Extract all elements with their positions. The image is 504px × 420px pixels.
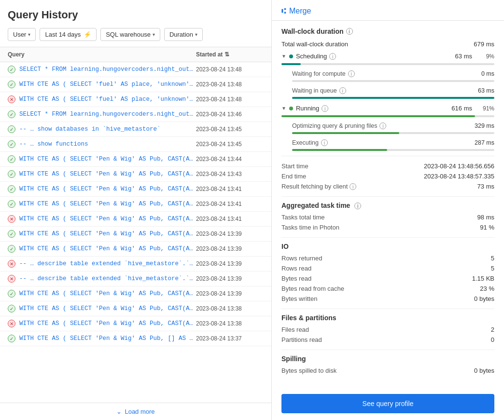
- load-more[interactable]: ⌄ Load more: [0, 403, 271, 420]
- optimizing-info[interactable]: i: [379, 122, 386, 129]
- start-time-label: Start time: [281, 163, 308, 170]
- executing-info[interactable]: i: [321, 139, 328, 146]
- page-title: Query History: [0, 0, 271, 28]
- scheduling-progress-container: [281, 63, 494, 65]
- query-row[interactable]: ✕WITH CTE AS ( SELECT 'Pen & Wig' AS Pub…: [0, 316, 271, 331]
- status-icon-success: ✓: [8, 81, 15, 88]
- running-row: ▼ Running i 616 ms 91%: [281, 103, 494, 114]
- tasks-total-value: 98 ms: [477, 214, 494, 221]
- warehouse-filter[interactable]: SQL warehouse ▾: [100, 28, 160, 41]
- tasks-photon-label: Tasks time in Photon: [281, 224, 339, 231]
- query-text: -- … show databases in `hive_metastore`: [19, 126, 196, 133]
- running-progress-bar: [281, 115, 475, 117]
- query-row[interactable]: ✓WITH CTE AS ( SELECT 'Pen & Wig' AS Pub…: [0, 197, 271, 212]
- query-row[interactable]: ✓WITH CTE AS ( SELECT 'Pen & Wig' AS Pub…: [0, 242, 271, 257]
- files-title: Files & partitions: [281, 314, 494, 322]
- query-row[interactable]: ✓SELECT * FROM learning.hungovercoders.n…: [0, 62, 271, 77]
- query-row[interactable]: ✓WITH CTE AS ( SELECT 'Pen & Wig' AS Pub…: [0, 152, 271, 167]
- query-row[interactable]: ✓WITH CTE AS ( SELECT 'Pen & Wig' AS Pub…: [0, 301, 271, 316]
- wall-clock-info-icon[interactable]: i: [346, 28, 353, 35]
- date-filter[interactable]: Last 14 days ⚡: [40, 28, 97, 41]
- waiting-queue-row: Waiting in queue i 63 ms: [281, 86, 494, 95]
- col-query: Query: [8, 51, 196, 58]
- running-info-icon[interactable]: i: [322, 105, 328, 112]
- query-text: WITH CTE AS ( SELECT 'Pen & Wig' AS Pub,…: [19, 290, 196, 297]
- query-time: 2023-08-24 13:41: [196, 186, 264, 192]
- query-text: SELECT * FROM learning.hungovercoders.ni…: [19, 66, 196, 73]
- query-text: SELECT * FROM learning.hungovercoders.ni…: [19, 111, 196, 118]
- io-title: IO: [281, 243, 494, 250]
- waiting-compute-row: Waiting for compute i 0 ms: [281, 69, 494, 79]
- running-collapse-arrow[interactable]: ▼: [281, 106, 286, 111]
- status-icon-success: ✓: [8, 140, 15, 148]
- load-more-chevron: ⌄: [116, 408, 122, 415]
- query-row[interactable]: ✓WITH CTE AS ( SELECT 'Pen & Wig' AS Pub…: [0, 167, 271, 182]
- query-row[interactable]: ✓WITH CTE AS ( SELECT 'Pen & Wig' AS Pub…: [0, 182, 271, 197]
- query-time: 2023-08-24 13:39: [196, 290, 264, 297]
- query-row[interactable]: ✓-- … show functions2023-08-24 13:45: [0, 137, 271, 152]
- query-row[interactable]: ✓SELECT * FROM learning.hungovercoders.n…: [0, 107, 271, 122]
- status-icon-error: ✕: [8, 275, 15, 283]
- bytes-written-row: Bytes written 0 bytes: [281, 294, 494, 304]
- divider-3: [281, 237, 494, 238]
- scheduling-title: Scheduling i: [296, 53, 452, 60]
- divider-5: [281, 350, 494, 350]
- aggregated-info-icon[interactable]: i: [354, 203, 361, 209]
- query-text: WITH CTE AS ( SELECT 'Pen & Wig' AS Pub,…: [19, 186, 196, 192]
- query-time: 2023-08-24 13:39: [196, 245, 264, 252]
- waiting-compute-progress-container: [292, 80, 494, 82]
- query-row[interactable]: ✕WITH CTE AS ( SELECT 'fuel' AS place, '…: [0, 92, 271, 107]
- query-row[interactable]: ✓WITH CTE AS ( SELECT 'Pen & Wig' AS Pub…: [0, 227, 271, 242]
- query-time: 2023-08-24 13:45: [196, 126, 264, 133]
- start-time-row: Start time 2023-08-24 13:48:56.656: [281, 161, 494, 171]
- fetch-time-value: 73 ms: [477, 183, 494, 190]
- query-text: -- … describe table extended `hive_metas…: [19, 260, 196, 267]
- tasks-total-label: Tasks total time: [281, 214, 325, 221]
- filter-bar: User ▾ Last 14 days ⚡ SQL warehouse ▾ Du…: [0, 28, 271, 47]
- query-text: -- … describe table extended `hive_metas…: [19, 275, 196, 282]
- see-profile-button[interactable]: See query profile: [281, 394, 494, 413]
- sort-icon[interactable]: ⇅: [224, 51, 229, 58]
- tasks-photon-value: 91 %: [480, 224, 494, 231]
- scheduling-dot: [289, 54, 293, 58]
- status-icon-success: ✓: [8, 170, 15, 178]
- spilling-title: Spilling: [281, 355, 494, 363]
- query-row[interactable]: ✕-- … describe table extended `hive_meta…: [0, 271, 271, 286]
- rows-read-row: Rows read 5: [281, 263, 494, 273]
- right-header: ⑆ Merge: [272, 0, 504, 21]
- bytes-spilled-row: Bytes spilled to disk 0 bytes: [281, 366, 494, 376]
- fetch-info-icon[interactable]: i: [350, 183, 356, 190]
- status-icon-success: ✓: [8, 125, 15, 133]
- query-row[interactable]: ✓WITH CTE AS ( SELECT 'fuel' AS place, '…: [0, 77, 271, 92]
- waiting-queue-info[interactable]: i: [339, 87, 346, 94]
- scheduling-collapse-arrow[interactable]: ▼: [281, 54, 286, 59]
- files-read-row: Files read 2: [281, 325, 494, 335]
- query-time: 2023-08-24 13:38: [196, 305, 264, 312]
- user-filter[interactable]: User ▾: [8, 28, 36, 41]
- status-icon-success: ✓: [8, 305, 15, 312]
- end-time-value: 2023-08-24 13:48:57.335: [424, 173, 494, 180]
- status-icon-success: ✓: [8, 110, 15, 118]
- executing-row: Executing i 287 ms: [281, 138, 494, 148]
- query-row[interactable]: ✓WITH CTE AS ( SELECT 'Pen & Wig' AS Pub…: [0, 286, 271, 301]
- query-text: WITH CTE AS ( SELECT 'Pen & Wig' AS Pub,…: [19, 245, 196, 252]
- query-row[interactable]: ✕-- … describe table extended `hive_meta…: [0, 257, 271, 271]
- status-icon-success: ✓: [8, 335, 15, 342]
- query-row[interactable]: ✓-- … show databases in `hive_metastore`…: [0, 122, 271, 137]
- load-more-label: Load more: [125, 408, 154, 415]
- scheduling-info-icon[interactable]: i: [329, 53, 336, 60]
- table-header: Query Started at ⇅: [0, 47, 271, 62]
- query-row[interactable]: ✕WITH CTE AS ( SELECT 'Pen & Wig' AS Pub…: [0, 212, 271, 227]
- rows-returned-row: Rows returned 5: [281, 253, 494, 263]
- waiting-compute-info[interactable]: i: [348, 70, 355, 77]
- query-text: -- … show functions: [19, 141, 196, 148]
- status-icon-success: ✓: [8, 185, 15, 193]
- query-text: WITH CTE AS ( SELECT 'fuel' AS place, 'u…: [19, 96, 196, 103]
- duration-filter[interactable]: Duration ▾: [164, 28, 203, 41]
- scheduling-progress-bar: [281, 63, 301, 65]
- col-started: Started at ⇅: [196, 51, 264, 58]
- total-wall-clock-label: Total wall-clock duration: [281, 41, 348, 48]
- waiting-queue-progress-bar: [292, 97, 494, 99]
- query-row[interactable]: ✓WITH CTE AS ( SELECT 'Pen & Wig' AS Pub…: [0, 331, 271, 346]
- left-panel: Query History User ▾ Last 14 days ⚡ SQL …: [0, 0, 272, 420]
